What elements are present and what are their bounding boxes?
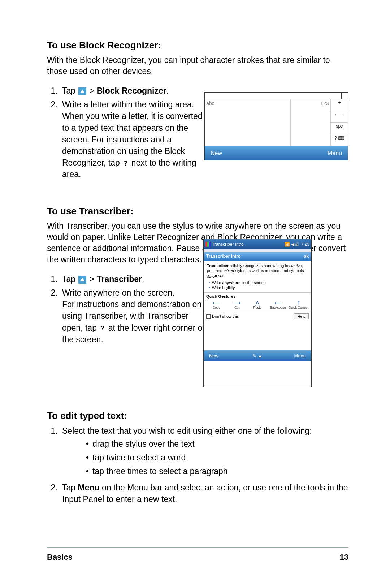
edit2-a: Tap (62, 483, 78, 492)
trans-clock: 📶 ◀🔊 7:23 (285, 242, 309, 247)
trans-botbar: New ✎ ▲ Menu (204, 350, 311, 361)
trans-step-1: Tap > Transcriber. (60, 273, 208, 285)
desc-r1: reliably recognizes handwriting in (229, 263, 289, 268)
heading-transcriber: To use Transcriber: (47, 206, 348, 217)
side-0: ✦ (330, 99, 348, 111)
bullet-1: tap twice to select a word (84, 452, 348, 463)
figure-block-recognizer: abc 123 ✦ ← → spc ? ⌨ New Menu (204, 92, 348, 160)
side-2: spc (330, 123, 348, 134)
step1-prefix: Tap (62, 86, 78, 95)
desc-cursive: cursive (289, 263, 302, 268)
trans-bot-menu: Menu (268, 353, 311, 359)
step-1: Tap > Block Recognizer. (60, 85, 208, 96)
step1-bold: Block Recognizer (97, 86, 166, 95)
start-flag-icon (205, 242, 211, 247)
trans-header-text: Transcriber Intro (206, 254, 240, 259)
step-2: Write a letter within the writing area. … (60, 99, 208, 180)
t-step2-line1: Write anywhere on the screen. (62, 288, 175, 297)
gest-copy: Copy (213, 306, 220, 309)
trans-blank (204, 321, 311, 350)
t-step1-suffix: . (142, 274, 144, 284)
desc-bold: Transcriber (207, 263, 229, 268)
checkbox-icon (206, 314, 211, 319)
trans-titlebar: Transcriber Intro 📶 ◀🔊 7:23 (204, 239, 311, 249)
bullet-0: drag the stylus over the text (84, 438, 348, 450)
bullet-2: tap three times to select a paragraph (84, 465, 348, 477)
t-step1-bold: Transcriber (97, 274, 142, 284)
t-step2-detail: For instructions and demonstration on us… (62, 299, 208, 345)
tip-2: Write legibly (209, 285, 308, 290)
edit-bullets: drag the stylus over the text tap twice … (62, 438, 348, 477)
heading-block-recognizer: To use Block Recognizer: (47, 40, 348, 51)
side-1: ← → (330, 111, 348, 123)
dont-show-label: Don't show this (212, 314, 239, 318)
page: To use Block Recognizer: With the Block … (0, 0, 390, 588)
step1-mid: > (90, 86, 97, 95)
intro-block-recognizer: With the Block Recognizer, you can input… (47, 55, 348, 77)
trans-checkrow: Don't show this Help (204, 311, 311, 321)
figure-123-zone: 123 (291, 99, 331, 146)
figure-side-controls: ✦ ← → spc ? ⌨ (330, 99, 348, 146)
figure-menu-bar: New Menu (205, 146, 348, 160)
footer-section: Basics (47, 553, 73, 562)
edit2-bold: Menu (78, 483, 99, 492)
steps-edit-text: Select the text that you wish to edit us… (47, 425, 348, 505)
trans-title: Transcriber Intro (212, 242, 244, 247)
figure-writing-area: abc 123 ✦ ← → spc ? ⌨ (205, 99, 348, 146)
figure-transcriber: Transcriber Intro 📶 ◀🔊 7:23 Transcriber … (203, 239, 312, 387)
trans-bot-mid: ✎ ▲ (247, 353, 268, 359)
trans-strip (204, 249, 311, 252)
trans-bot-new: New (204, 353, 247, 359)
gest-paste: Paste (253, 306, 261, 309)
page-number: 13 (340, 553, 348, 562)
side-3: ? ⌨ (330, 134, 348, 146)
step2-line1: Write a letter within the writing area. (62, 100, 194, 109)
t-step1-mid: > (90, 274, 97, 284)
figure-abc-zone: abc (205, 99, 291, 146)
figure-menu-label: Menu (276, 150, 348, 156)
trans-step-2: Write anywhere on the screen. For instru… (60, 287, 208, 345)
page-footer: Basics 13 (47, 547, 348, 562)
figure-new-label: New (205, 150, 276, 156)
figure-top-bar (205, 93, 348, 99)
tip-1: Write anywhere on the screen (209, 280, 308, 285)
input-panel-icon (78, 276, 86, 284)
trans-gestures: Quick Gestures ⟵Copy ⟶Cut ⋀Paste ⟵Backsp… (204, 293, 311, 311)
step1-suffix: . (166, 86, 169, 95)
desc-mixed: mixed (224, 269, 234, 273)
gest-backspace: Backspace (270, 306, 286, 309)
help-button: Help (294, 313, 309, 319)
gest-quickcorrect: Quick Correct (289, 306, 308, 309)
trans-header: Transcriber Intro ok (204, 252, 311, 261)
t-step1-prefix: Tap (62, 274, 78, 284)
edit-step-1: Select the text that you wish to edit us… (60, 425, 348, 477)
step2-detail: When you write a letter, it is converted… (62, 110, 208, 180)
trans-desc-panel: Transcriber reliably recognizes handwrit… (204, 261, 311, 293)
trans-ok: ok (304, 254, 309, 259)
question-icon: ? (122, 159, 129, 168)
input-panel-icon (78, 87, 86, 95)
edit-step-2: Tap Menu on the Menu bar and select an a… (60, 482, 348, 505)
gest-cut: Cut (234, 306, 239, 309)
gest-title: Quick Gestures (206, 294, 309, 299)
edit2-b: on the Menu bar and select an action, or… (62, 483, 348, 504)
heading-edit-text: To edit typed text: (47, 410, 348, 421)
question-icon: ? (99, 324, 106, 333)
